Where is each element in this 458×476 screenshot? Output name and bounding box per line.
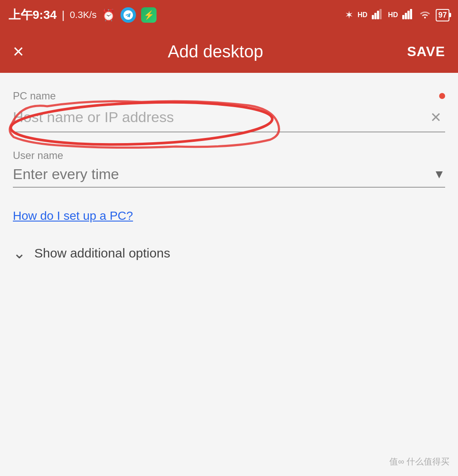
bluetooth-icon: ✶ <box>345 9 353 21</box>
pc-name-label-row: PC name <box>13 90 445 102</box>
alarm-icon: ⏰ <box>102 9 115 22</box>
pc-name-input-row[interactable]: ✕ <box>13 106 445 132</box>
watermark: 值∞ 什么值得买 <box>389 456 449 467</box>
signal-hd-2: HD <box>388 11 398 19</box>
svg-rect-2 <box>377 11 379 19</box>
user-name-dropdown[interactable]: Enter every time ▼ <box>13 166 445 188</box>
close-button[interactable]: × <box>13 41 24 62</box>
svg-rect-5 <box>405 13 407 19</box>
wifi-icon <box>419 9 431 21</box>
svg-rect-3 <box>380 9 382 19</box>
signal-hd-1: HD <box>358 11 368 19</box>
user-name-section: User name Enter every time ▼ <box>13 150 445 188</box>
pc-name-section: PC name ✕ <box>13 90 445 132</box>
user-name-label: User name <box>13 150 63 162</box>
svg-rect-1 <box>374 13 377 19</box>
status-time: 上午9:34 <box>9 7 57 23</box>
save-button[interactable]: SAVE <box>407 44 445 60</box>
dropdown-arrow-icon: ▼ <box>433 168 445 181</box>
app-bar: × Add desktop SAVE <box>0 30 458 73</box>
pc-name-wrapper: ✕ <box>13 106 445 132</box>
status-speed: 0.3K/s <box>70 9 96 21</box>
status-divider: | <box>62 9 65 22</box>
dropdown-selected-value: Enter every time <box>13 166 433 183</box>
user-name-label-row: User name <box>13 150 445 162</box>
additional-options-row[interactable]: ⌄ Show additional options <box>13 244 445 262</box>
battery-level: 97 <box>438 11 447 20</box>
signal-bars-2 <box>402 9 414 21</box>
pc-name-input[interactable] <box>13 106 427 128</box>
svg-rect-6 <box>407 11 410 19</box>
chevron-down-icon: ⌄ <box>13 244 26 262</box>
svg-rect-0 <box>372 15 374 19</box>
pc-name-label: PC name <box>13 90 56 102</box>
content-area: PC name ✕ User name Enter every time ▼ H… <box>0 73 458 476</box>
svg-rect-4 <box>402 15 404 19</box>
clear-input-icon[interactable]: ✕ <box>427 109 445 126</box>
status-left: 上午9:34 | 0.3K/s ⏰ ⚡ <box>9 7 157 23</box>
status-bar: 上午9:34 | 0.3K/s ⏰ ⚡ ✶ HD HD <box>0 0 458 30</box>
required-indicator <box>439 93 445 99</box>
telegram-icon <box>121 7 136 23</box>
signal-bars-1 <box>372 9 384 21</box>
additional-options-label: Show additional options <box>34 246 170 260</box>
status-right: ✶ HD HD <box>345 9 449 21</box>
svg-rect-7 <box>410 9 412 19</box>
shield-icon: ⚡ <box>141 7 157 23</box>
page-title: Add desktop <box>168 42 263 61</box>
battery-icon: 97 <box>436 9 449 21</box>
help-link[interactable]: How do I set up a PC? <box>13 209 445 223</box>
